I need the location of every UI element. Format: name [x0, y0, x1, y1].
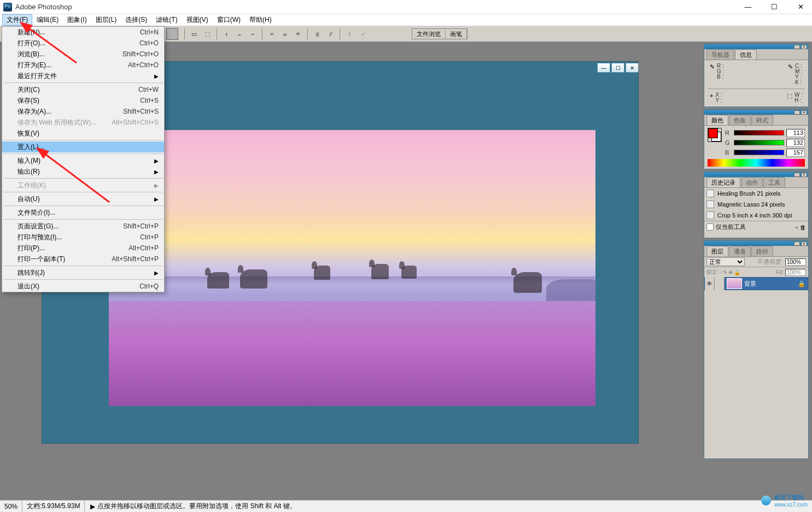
tab-history[interactable]: 历史记录: [706, 177, 740, 187]
panel-minimize-button[interactable]: _: [794, 110, 800, 115]
tab-tools[interactable]: 工具: [763, 177, 785, 187]
file-menu-item[interactable]: 文件简介(I)...: [2, 207, 164, 218]
file-menu-item[interactable]: 恢复(V): [2, 128, 164, 139]
color-spectrum-bar[interactable]: [708, 159, 805, 167]
maximize-button[interactable]: ☐: [766, 3, 782, 11]
file-menu-item[interactable]: 页面设置(G)...Shift+Ctrl+P: [2, 221, 164, 232]
fg-bg-swatch[interactable]: [708, 128, 722, 142]
doc-maximize-button[interactable]: ☐: [611, 63, 624, 73]
layer-visibility-icon[interactable]: 👁: [705, 277, 715, 290]
lock-move-icon[interactable]: ✥: [728, 269, 733, 275]
panel-minimize-button[interactable]: _: [794, 242, 800, 246]
layer-edit-cell[interactable]: [715, 277, 725, 290]
file-menu-item[interactable]: 新建(N)...Ctrl+N: [2, 27, 164, 38]
menu-select[interactable]: 选择(S): [121, 14, 151, 26]
file-menu-item[interactable]: 最近打开文件▶: [2, 70, 164, 81]
doc-minimize-button[interactable]: —: [597, 63, 610, 73]
distribute-3-icon[interactable]: ⟊: [344, 28, 355, 39]
file-menu-item[interactable]: 打印一个副本(T)Alt+Shift+Ctrl+P: [2, 254, 164, 264]
tool-preset-item[interactable]: Magnetic Lasso 24 pixels: [704, 199, 808, 210]
red-slider[interactable]: [734, 130, 784, 136]
file-menu-item[interactable]: 关闭(C)Ctrl+W: [2, 84, 164, 95]
blue-slider[interactable]: [734, 150, 784, 155]
tab-channels[interactable]: 通道: [729, 246, 751, 256]
menu-help[interactable]: 帮助(H): [245, 14, 276, 26]
file-menu-item[interactable]: 打开(O)...Ctrl+O: [2, 38, 164, 49]
distribute-4-icon[interactable]: ⟋: [357, 28, 368, 39]
current-tool-only-checkbox[interactable]: [706, 223, 714, 231]
file-menu-item[interactable]: 保存为(A)...Shift+Ctrl+S: [2, 106, 164, 117]
distribute-1-icon[interactable]: ⫼: [312, 28, 323, 39]
distribute-2-icon[interactable]: ⫽: [325, 28, 336, 39]
panel-minimize-button[interactable]: _: [794, 45, 800, 49]
green-slider[interactable]: [734, 140, 784, 145]
file-menu-item[interactable]: 输入(M)▶: [2, 155, 164, 166]
tab-paths[interactable]: 路径: [751, 246, 773, 256]
file-menu-item[interactable]: 打印与预览(I)...Ctrl+P: [2, 232, 164, 243]
tab-info[interactable]: 信息: [735, 49, 757, 60]
align-hcenter-icon[interactable]: ⫠: [234, 28, 245, 39]
lock-all-icon[interactable]: 🔒: [734, 269, 740, 275]
menu-filter[interactable]: 滤镜(T): [151, 14, 182, 26]
info-panel-body: ✎R : G : B : ✎C : M : Y : K : +X : Y : ⬚…: [704, 60, 808, 107]
canvas-image[interactable]: [109, 130, 595, 406]
auto-select-icon[interactable]: ▭: [189, 28, 200, 39]
layer-row-background[interactable]: 👁 背景 🔒: [704, 277, 808, 290]
panel-close-button[interactable]: ×: [801, 173, 807, 177]
menu-file[interactable]: 文件(F): [2, 14, 32, 26]
fill-input[interactable]: 100%: [785, 269, 806, 276]
file-menu-item[interactable]: 跳转到(J)▶: [2, 267, 164, 278]
tool-preset-item[interactable]: Healing Brush 21 pixels: [704, 188, 808, 199]
tab-color[interactable]: 颜色: [706, 115, 728, 125]
menu-window[interactable]: 窗口(W): [213, 14, 245, 26]
align-right-icon[interactable]: ⫟: [247, 28, 258, 39]
tool-preset-item[interactable]: Crop 5 inch x 4 inch 300 dpi: [704, 210, 808, 221]
minimize-button[interactable]: —: [740, 3, 756, 11]
align-left-icon[interactable]: ⫞: [221, 28, 232, 39]
menu-image[interactable]: 图象(I): [63, 14, 91, 26]
doc-close-button[interactable]: ✕: [626, 63, 639, 73]
tab-file-browser[interactable]: 文件浏览: [412, 29, 446, 39]
file-menu-item[interactable]: 保存(S)Ctrl+S: [2, 95, 164, 106]
layer-thumbnail[interactable]: [727, 278, 742, 289]
close-button[interactable]: ✕: [792, 3, 809, 11]
lock-paint-icon[interactable]: ✎: [723, 269, 727, 275]
panel-close-button[interactable]: ×: [801, 45, 807, 49]
zoom-level[interactable]: 50%: [0, 501, 22, 512]
tab-actions[interactable]: 动作: [741, 177, 763, 187]
file-menu-item[interactable]: 浏览(B)...Shift+Ctrl+O: [2, 49, 164, 60]
menu-layer[interactable]: 图层(L): [91, 14, 121, 26]
file-menu-item[interactable]: 置入(L)...: [2, 142, 164, 152]
file-menu-item[interactable]: 打开为(E)...Alt+Ctrl+O: [2, 60, 164, 70]
delete-preset-icon[interactable]: 🗑: [800, 224, 806, 231]
new-preset-icon[interactable]: ▫: [796, 224, 798, 231]
tab-layers[interactable]: 图层: [706, 246, 728, 256]
file-menu-item[interactable]: 保存为 Web 所用格式(W)...Alt+Shift+Ctrl+S: [2, 117, 164, 128]
panel-close-button[interactable]: ×: [801, 242, 807, 246]
align-bottom-icon[interactable]: ⫩: [293, 28, 303, 39]
tab-navigator[interactable]: 导航器: [706, 49, 734, 60]
bounds-icon[interactable]: ⬚: [202, 28, 213, 39]
panel-close-button[interactable]: ×: [801, 110, 807, 115]
tool-preset-swatch[interactable]: [166, 28, 178, 40]
blend-mode-select[interactable]: 正常: [706, 257, 745, 266]
blue-value[interactable]: 157: [786, 149, 805, 157]
opacity-input[interactable]: 100%: [785, 258, 806, 266]
tab-swatches[interactable]: 色板: [729, 115, 751, 125]
file-menu-item[interactable]: 打印(P)...Alt+Ctrl+P: [2, 243, 164, 254]
file-menu-item[interactable]: 自动(U)▶: [2, 193, 164, 204]
align-vcenter-icon[interactable]: ⫨: [279, 28, 290, 39]
tab-styles[interactable]: 样式: [751, 115, 773, 125]
menu-view[interactable]: 视图(V): [182, 14, 213, 26]
lock-transparency-icon[interactable]: ▫: [720, 269, 722, 275]
green-value[interactable]: 132: [786, 139, 805, 147]
file-menu-item[interactable]: 工作组(K)▶: [2, 180, 164, 191]
file-menu-item[interactable]: 输出(R)▶: [2, 166, 164, 177]
red-value[interactable]: 113: [786, 129, 805, 137]
file-menu-item[interactable]: 退出(X)Ctrl+Q: [2, 281, 164, 292]
panel-minimize-button[interactable]: _: [794, 173, 800, 177]
tab-brushes[interactable]: 画笔: [446, 29, 467, 39]
align-top-icon[interactable]: ⫧: [266, 28, 277, 39]
doc-info[interactable]: 文档:5.93M/5.93M: [22, 501, 85, 512]
menu-edit[interactable]: 编辑(E): [32, 14, 63, 26]
